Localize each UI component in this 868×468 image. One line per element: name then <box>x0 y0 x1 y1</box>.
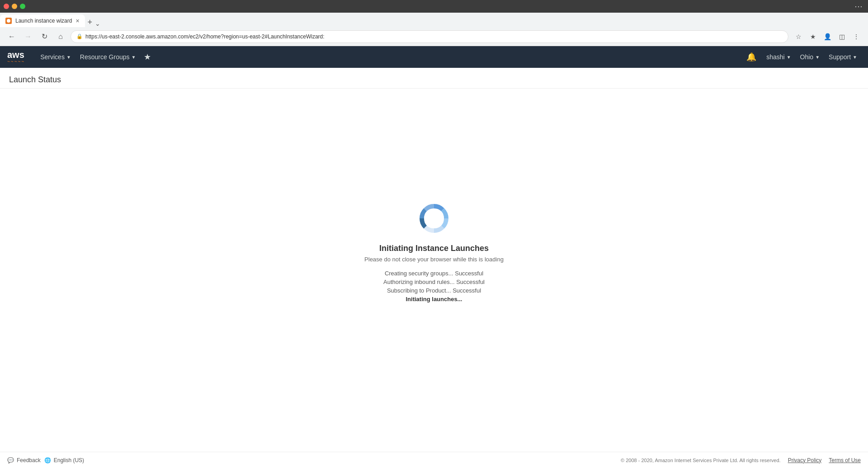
support-menu[interactable]: Support ▼ <box>825 46 861 68</box>
feedback-chat-icon: 💬 <box>7 457 14 463</box>
home-button[interactable]: ⌂ <box>54 30 67 43</box>
aws-logo-text: aws <box>7 50 25 59</box>
browser-actions: ☆ ★ 👤 ◫ ⋮ <box>792 30 863 43</box>
window-maximize-button[interactable] <box>20 4 25 9</box>
tab-bar: Launch instance wizard × + ⌄ <box>0 13 868 27</box>
privacy-policy-link[interactable]: Privacy Policy <box>788 457 822 463</box>
page-title: Launch Status <box>9 75 859 85</box>
resource-groups-label: Resource Groups <box>80 53 130 61</box>
forward-button[interactable]: → <box>22 30 34 43</box>
status-step-4: Initiating launches... <box>383 296 485 303</box>
user-chevron-icon: ▼ <box>787 55 791 60</box>
status-list: Creating security groups... Successful A… <box>383 270 485 304</box>
tab-close-button[interactable]: × <box>75 17 79 24</box>
tab-title: Launch instance wizard <box>15 18 72 24</box>
account-button[interactable]: 👤 <box>821 30 834 43</box>
loading-spinner <box>416 200 452 236</box>
aws-navbar: aws ~~~~~ Services ▼ Resource Groups ▼ ★… <box>0 46 868 68</box>
footer-left: 💬 Feedback 🌐 English (US) <box>7 457 84 463</box>
address-bar[interactable]: 🔒 https://us-east-2.console.aws.amazon.c… <box>71 30 788 43</box>
launch-status-content: Initiating Instance Launches Please do n… <box>0 89 868 452</box>
page-header: Launch Status <box>0 68 868 89</box>
user-menu[interactable]: shashi ▼ <box>763 46 794 68</box>
active-tab[interactable]: Launch instance wizard × <box>0 14 85 27</box>
region-chevron-icon: ▼ <box>815 55 820 60</box>
support-chevron-icon: ▼ <box>853 55 857 60</box>
browser-chrome: Launch instance wizard × + ⌄ <box>0 13 868 27</box>
window-topbar: ⋯ <box>0 0 868 13</box>
language-label: English (US) <box>54 457 84 463</box>
region-menu[interactable]: Ohio ▼ <box>797 46 823 68</box>
globe-icon: 🌐 <box>44 457 51 463</box>
feedback-label: Feedback <box>17 457 41 463</box>
terms-of-use-link[interactable]: Terms of Use <box>829 457 861 463</box>
copyright-text: © 2008 - 2020, Amazon Internet Services … <box>621 458 781 463</box>
resource-groups-nav-item[interactable]: Resource Groups ▼ <box>75 46 141 68</box>
main-content: Launch Status <box>0 68 868 452</box>
language-selector[interactable]: 🌐 English (US) <box>44 457 84 463</box>
tab-favicon <box>5 18 12 24</box>
window-minimize-button[interactable] <box>12 4 17 9</box>
favorites-star-icon[interactable]: ★ <box>140 52 155 62</box>
launch-subtitle: Please do not close your browser while t… <box>364 256 504 263</box>
bookmark-list-button[interactable]: ★ <box>807 30 819 43</box>
lock-icon: 🔒 <box>76 33 83 39</box>
extensions-button[interactable]: ◫ <box>835 30 848 43</box>
window-right-controls: ⋯ <box>853 2 864 10</box>
notifications-bell-icon[interactable]: 🔔 <box>742 52 761 62</box>
footer-right: © 2008 - 2020, Amazon Internet Services … <box>621 457 861 463</box>
support-label: Support <box>829 53 851 61</box>
svg-point-0 <box>428 212 440 225</box>
feedback-button[interactable]: 💬 Feedback <box>7 457 41 463</box>
tab-menu-button[interactable]: ⌄ <box>95 20 100 27</box>
aws-logo[interactable]: aws ~~~~~ <box>7 50 25 64</box>
back-button[interactable]: ← <box>5 30 18 43</box>
footer: 💬 Feedback 🌐 English (US) © 2008 - 2020,… <box>0 452 868 468</box>
services-chevron-icon: ▼ <box>66 55 71 60</box>
url-text: https://us-east-2.console.aws.amazon.com… <box>85 33 325 40</box>
launch-title: Initiating Instance Launches <box>379 244 489 253</box>
region-label: Ohio <box>800 53 814 61</box>
navbar-right: 🔔 shashi ▼ Ohio ▼ Support ▼ <box>742 46 861 68</box>
more-button[interactable]: ⋮ <box>850 30 863 43</box>
spinner-container <box>416 200 452 236</box>
aws-logo-smile: ~~~~~ <box>7 59 25 64</box>
new-tab-button[interactable]: + <box>85 18 95 27</box>
window-menu-button[interactable]: ⋯ <box>853 2 864 10</box>
window-controls <box>4 4 25 9</box>
services-nav-item[interactable]: Services ▼ <box>36 46 75 68</box>
services-label: Services <box>40 53 65 61</box>
browser-controls: ← → ↻ ⌂ 🔒 https://us-east-2.console.aws.… <box>0 27 868 46</box>
resource-groups-chevron-icon: ▼ <box>132 55 136 60</box>
user-name: shashi <box>766 53 784 61</box>
status-step-3: Subscribing to Product... Successful <box>383 287 485 294</box>
status-step-1: Creating security groups... Successful <box>383 270 485 277</box>
reload-button[interactable]: ↻ <box>38 30 51 43</box>
bookmark-button[interactable]: ☆ <box>792 30 805 43</box>
window-close-button[interactable] <box>4 4 9 9</box>
status-step-2: Authorizing inbound rules... Successful <box>383 279 485 285</box>
